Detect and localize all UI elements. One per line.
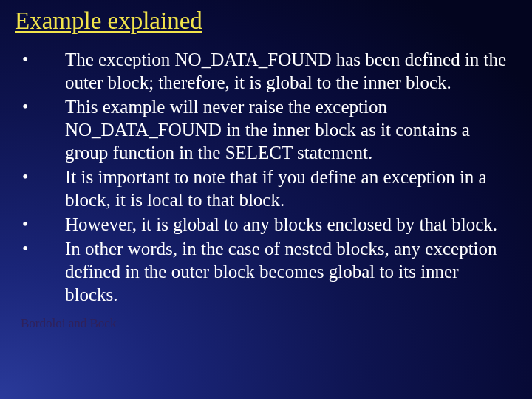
list-item: • The exception NO_DATA_FOUND has been d… xyxy=(22,48,514,94)
bullet-marker: • xyxy=(22,48,65,71)
bullet-text: This example will never raise the except… xyxy=(65,95,514,164)
bullet-text: The exception NO_DATA_FOUND has been def… xyxy=(65,48,514,94)
bullet-list: • The exception NO_DATA_FOUND has been d… xyxy=(22,48,514,306)
footer-credit: Bordoloi and Bock xyxy=(21,316,514,331)
slide-title: Example explained xyxy=(15,7,514,35)
bullet-text: In other words, in the case of nested bl… xyxy=(65,237,514,306)
list-item: • However, it is global to any blocks en… xyxy=(22,213,514,236)
bullet-text: However, it is global to any blocks encl… xyxy=(65,213,514,236)
bullet-marker: • xyxy=(22,237,65,260)
bullet-marker: • xyxy=(22,166,65,188)
bullet-marker: • xyxy=(22,213,65,236)
list-item: • In other words, in the case of nested … xyxy=(22,237,514,306)
bullet-text: It is important to note that if you defi… xyxy=(65,166,514,211)
bullet-marker: • xyxy=(22,95,65,118)
list-item: • It is important to note that if you de… xyxy=(22,166,514,211)
list-item: • This example will never raise the exce… xyxy=(22,95,514,164)
